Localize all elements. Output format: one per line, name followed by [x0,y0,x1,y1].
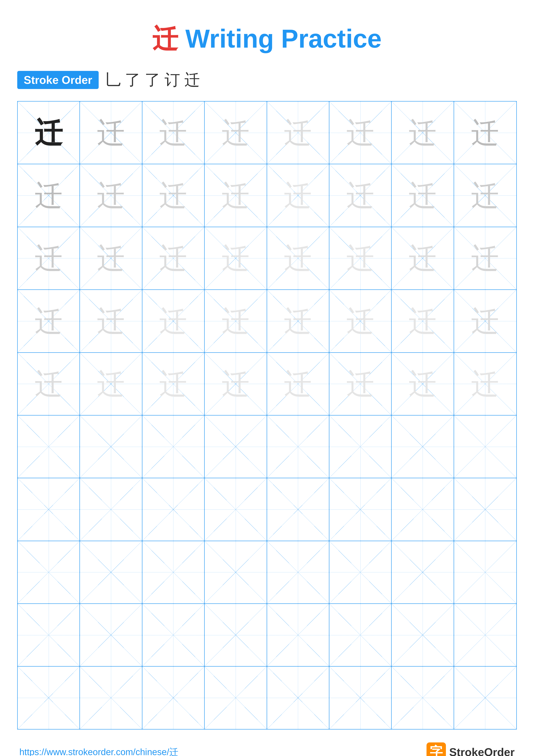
grid-cell[interactable]: 迁 [329,164,392,227]
grid-cell[interactable]: 迁 [454,353,516,415]
grid-cell[interactable] [80,416,142,478]
grid-cell[interactable]: 迁 [329,353,392,415]
grid-cell[interactable]: 迁 [454,227,516,289]
grid-cell[interactable]: 迁 [329,101,392,164]
grid-cell[interactable] [142,604,205,666]
grid-cell[interactable] [392,604,454,666]
grid-cell[interactable]: 迁 [329,290,392,352]
grid-cell[interactable]: 迁 [392,290,454,352]
footer-logo-char: 字 [430,743,443,756]
grid-cell[interactable]: 迁 [80,101,142,164]
grid-cell[interactable]: 迁 [454,290,516,352]
grid-cell[interactable] [454,604,516,666]
grid-cell[interactable] [18,666,80,729]
grid-cell[interactable]: 迁 [329,227,392,289]
footer-logo-icon: 字 [426,742,446,756]
grid-cell[interactable]: 迁 [142,101,205,164]
grid-cell[interactable] [80,666,142,729]
stroke-step-5: 迁 [184,69,200,90]
grid-cell[interactable]: 迁 [454,101,516,164]
stroke-step-2: 了 [125,69,140,90]
grid-cell[interactable] [142,666,205,729]
practice-char: 迁 [97,244,125,272]
grid-cell[interactable] [329,541,392,604]
grid-cell[interactable]: 迁 [205,353,267,415]
grid-cell[interactable] [392,478,454,540]
grid-cell[interactable] [18,416,80,478]
practice-char: 迁 [35,370,63,398]
grid-cell[interactable] [205,416,267,478]
grid-cell[interactable]: 迁 [80,164,142,227]
grid-cell[interactable]: 迁 [142,290,205,352]
stroke-steps: ⺃ 了 了 订 迁 [105,69,200,90]
grid-cell[interactable]: 迁 [18,101,80,164]
grid-cell[interactable]: 迁 [267,290,329,352]
grid-cell[interactable] [329,604,392,666]
grid-row: 迁迁迁迁迁迁迁迁 [18,227,516,290]
grid-cell[interactable]: 迁 [267,227,329,289]
grid-cell[interactable] [80,541,142,604]
grid-cell[interactable] [329,416,392,478]
grid-cell[interactable] [454,541,516,604]
grid-cell[interactable] [205,666,267,729]
grid-cell[interactable] [454,416,516,478]
grid-cell[interactable] [205,604,267,666]
grid-row-empty [18,478,516,541]
footer: https://www.strokeorder.com/chinese/迁 字 … [17,742,517,756]
grid-cell[interactable]: 迁 [205,227,267,289]
grid-cell[interactable] [267,416,329,478]
grid-cell[interactable] [142,541,205,604]
grid-cell[interactable] [267,604,329,666]
practice-char: 迁 [159,307,187,335]
practice-char: 迁 [346,181,374,209]
grid-cell[interactable] [205,541,267,604]
practice-char: 迁 [409,181,437,209]
grid-cell[interactable] [18,478,80,540]
grid-cell[interactable]: 迁 [392,164,454,227]
grid-cell[interactable] [392,416,454,478]
grid-cell[interactable] [329,478,392,540]
grid-cell[interactable]: 迁 [142,164,205,227]
grid-cell[interactable]: 迁 [392,101,454,164]
grid-cell[interactable] [454,478,516,540]
grid-cell[interactable] [142,478,205,540]
page-title: 迁 Writing Practice [17,13,517,57]
grid-cell[interactable]: 迁 [267,164,329,227]
grid-cell[interactable]: 迁 [205,101,267,164]
grid-cell[interactable]: 迁 [18,164,80,227]
grid-cell[interactable]: 迁 [18,353,80,415]
grid-cell[interactable] [392,541,454,604]
grid-cell[interactable]: 迁 [142,227,205,289]
grid-cell[interactable]: 迁 [267,353,329,415]
grid-row-empty [18,416,516,478]
grid-cell[interactable]: 迁 [267,101,329,164]
grid-cell[interactable]: 迁 [454,164,516,227]
grid-cell[interactable] [267,541,329,604]
grid-cell[interactable] [267,666,329,729]
grid-cell[interactable] [18,541,80,604]
footer-logo-text: StrokeOrder [449,746,515,756]
grid-cell[interactable]: 迁 [18,290,80,352]
grid-cell[interactable] [392,666,454,729]
grid-cell[interactable] [142,416,205,478]
grid-cell[interactable] [18,604,80,666]
grid-cell[interactable] [329,666,392,729]
grid-cell[interactable]: 迁 [80,290,142,352]
stroke-step-4: 订 [165,69,180,90]
stroke-order-badge: Stroke Order [17,71,99,89]
grid-cell[interactable]: 迁 [18,227,80,289]
grid-cell[interactable] [454,666,516,729]
practice-char: 迁 [97,119,125,147]
grid-cell[interactable]: 迁 [205,290,267,352]
grid-cell[interactable]: 迁 [392,227,454,289]
grid-cell[interactable]: 迁 [80,353,142,415]
grid-cell[interactable]: 迁 [80,227,142,289]
grid-cell[interactable] [80,604,142,666]
grid-cell[interactable] [267,478,329,540]
grid-row-empty [18,666,516,729]
grid-cell[interactable] [80,478,142,540]
grid-cell[interactable]: 迁 [205,164,267,227]
grid-cell[interactable]: 迁 [142,353,205,415]
grid-cell[interactable] [205,478,267,540]
grid-cell[interactable]: 迁 [392,353,454,415]
